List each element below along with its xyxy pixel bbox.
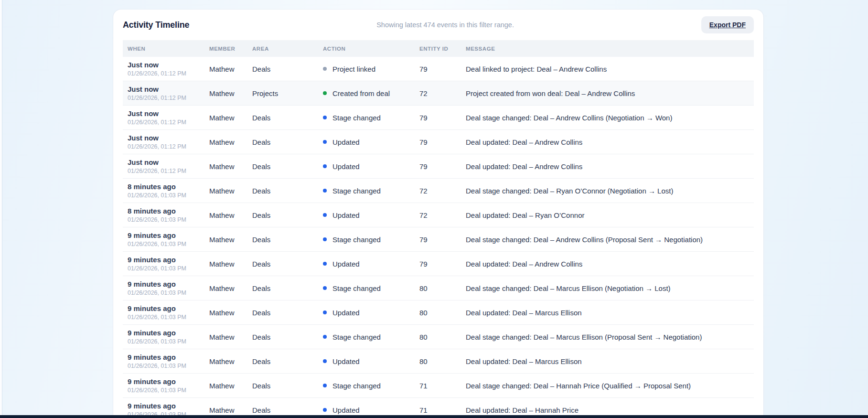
message-cell: Deal updated: Deal – Andrew Collins [466,138,754,146]
relative-time: Just now [128,60,209,70]
when-cell: Just now 01/26/2026, 01:12 PM [128,85,209,102]
table-row: 9 minutes ago 01/26/2026, 01:03 PM Mathe… [123,349,754,374]
action-status-dot-icon [323,311,327,314]
action-label: Created from deal [332,89,390,97]
when-cell: Just now 01/26/2026, 01:12 PM [128,158,209,175]
relative-time: 9 minutes ago [128,279,209,289]
action-label: Updated [332,406,360,414]
action-label: Updated [332,138,360,146]
when-cell: 9 minutes ago 01/26/2026, 01:03 PM [128,279,209,297]
member-cell: Mathew [209,187,252,195]
message-cell: Deal updated: Deal – Andrew Collins [466,260,754,268]
action-cell: Updated [323,357,419,365]
table-row: 9 minutes ago 01/26/2026, 01:03 PM Mathe… [123,325,754,349]
action-label: Updated [332,357,360,365]
area-cell: Deals [252,333,323,341]
table-row: Just now 01/26/2026, 01:12 PM Mathew Dea… [123,130,754,154]
area-cell: Deals [252,114,323,122]
action-status-dot-icon [323,384,327,387]
timestamp: 01/26/2026, 01:12 PM [128,167,209,175]
message-cell: Deal updated: Deal – Marcus Ellison [466,357,754,365]
entity-id-cell: 80 [419,284,466,292]
timestamp: 01/26/2026, 01:03 PM [128,216,209,224]
message-cell: Deal stage changed: Deal – Hannah Price … [466,382,754,390]
table-body: Just now 01/26/2026, 01:12 PM Mathew Dea… [123,57,754,418]
action-status-dot-icon [323,213,327,217]
relative-time: Just now [128,158,209,167]
message-cell: Deal updated: Deal – Andrew Collins [466,162,754,171]
action-label: Stage changed [332,284,381,292]
column-header-message: MESSAGE [466,46,754,52]
action-label: Stage changed [332,333,381,341]
table-row: 9 minutes ago 01/26/2026, 01:03 PM Mathe… [123,276,754,300]
action-status-dot-icon [323,189,327,193]
action-cell: Stage changed [323,187,419,195]
column-header-entity-id: ENTITY ID [419,46,466,52]
action-cell: Stage changed [323,284,419,292]
relative-time: 9 minutes ago [128,401,209,411]
action-status-dot-icon [323,408,327,412]
area-cell: Deals [252,162,323,171]
action-cell: Project linked [323,65,419,73]
entity-id-cell: 79 [419,138,466,146]
when-cell: 9 minutes ago 01/26/2026, 01:03 PM [128,328,209,345]
member-cell: Mathew [209,65,252,73]
timestamp: 01/26/2026, 01:03 PM [128,192,209,199]
message-cell: Project created from won deal: Deal – An… [466,89,754,97]
relative-time: 9 minutes ago [128,377,209,386]
member-cell: Mathew [209,89,252,97]
table-row: 9 minutes ago 01/26/2026, 01:03 PM Mathe… [123,252,754,276]
relative-time: Just now [128,109,209,118]
area-cell: Deals [252,65,323,73]
table-row: 9 minutes ago 01/26/2026, 01:03 PM Mathe… [123,227,754,252]
timestamp: 01/26/2026, 01:12 PM [128,118,209,126]
action-cell: Stage changed [323,114,419,122]
entity-id-cell: 79 [419,114,466,122]
column-header-when: WHEN [128,46,209,52]
action-label: Updated [332,260,360,268]
timestamp: 01/26/2026, 01:03 PM [128,386,209,394]
message-cell: Deal updated: Deal – Hannah Price [466,406,754,414]
area-cell: Deals [252,260,323,268]
column-header-action: ACTION [323,46,419,52]
events-count-summary: Showing latest 474 events in this filter… [197,21,693,29]
action-status-dot-icon [323,91,327,95]
area-cell: Deals [252,309,323,317]
action-cell: Created from deal [323,89,419,97]
relative-time: 9 minutes ago [128,304,209,313]
action-label: Updated [332,211,360,219]
entity-id-cell: 80 [419,309,466,317]
timestamp: 01/26/2026, 01:03 PM [128,338,209,345]
timestamp: 01/26/2026, 01:03 PM [128,240,209,248]
action-status-dot-icon [323,140,327,144]
entity-id-cell: 71 [419,382,466,390]
column-header-area: AREA [252,46,323,52]
action-status-dot-icon [323,237,327,241]
relative-time: 9 minutes ago [128,328,209,338]
member-cell: Mathew [209,211,252,219]
timestamp: 01/26/2026, 01:03 PM [128,265,209,272]
panel-header: Activity Timeline Showing latest 474 eve… [113,10,763,40]
entity-id-cell: 79 [419,65,466,73]
area-cell: Deals [252,382,323,390]
entity-id-cell: 79 [419,236,466,244]
entity-id-cell: 79 [419,162,466,171]
when-cell: Just now 01/26/2026, 01:12 PM [128,133,209,150]
entity-id-cell: 72 [419,187,466,195]
action-label: Updated [332,309,360,317]
action-status-dot-icon [323,335,327,339]
action-label: Stage changed [332,382,381,390]
entity-id-cell: 79 [419,260,466,268]
when-cell: Just now 01/26/2026, 01:12 PM [128,60,209,77]
member-cell: Mathew [209,382,252,390]
when-cell: 8 minutes ago 01/26/2026, 01:03 PM [128,182,209,199]
when-cell: 9 minutes ago 01/26/2026, 01:03 PM [128,255,209,272]
action-cell: Updated [323,162,419,171]
action-label: Stage changed [332,236,381,244]
column-header-member: MEMBER [209,46,252,52]
timestamp: 01/26/2026, 01:03 PM [128,289,209,297]
member-cell: Mathew [209,309,252,317]
export-pdf-button[interactable]: Export PDF [701,16,754,33]
relative-time: Just now [128,133,209,143]
area-cell: Projects [252,89,323,97]
